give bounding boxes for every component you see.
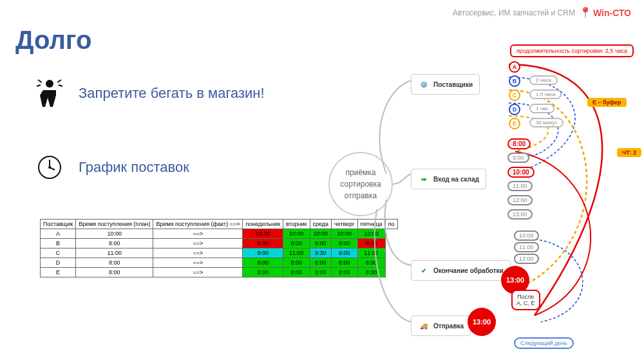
entry-time: 13:00 (507, 209, 533, 220)
table-cell: 9:30 (310, 248, 332, 258)
table-header: среда (310, 220, 332, 229)
table-cell: 11:00 (76, 248, 153, 258)
table-cell: ==> (153, 239, 243, 248)
table-cell: 10:00 (310, 229, 332, 239)
table-header: понедельник (243, 220, 283, 229)
bullet-schedule: График поставок (33, 151, 189, 183)
table-row: B8:00==>9:308:008:008:009:00 (41, 239, 398, 248)
bullet-text: Запретите бегать в магазин! (79, 85, 265, 102)
after-line: A, C, E (516, 300, 535, 306)
ch2-badge: ЧТ: 2 (617, 148, 641, 157)
table-cell: 10:00 (357, 229, 385, 239)
table-cell: 8:00 (243, 268, 283, 277)
table-cell: 11:00 (357, 248, 385, 258)
table-cell: ==> (153, 229, 243, 239)
table-cell: ==> (153, 248, 243, 258)
header-tagline: Автосервис, ИМ запчастей и CRM (453, 8, 575, 17)
table-header: Поставщик (41, 220, 76, 229)
svg-point-2 (48, 166, 51, 169)
table-cell: 8:00 (332, 268, 358, 277)
entry-time: 8:00 (507, 138, 531, 149)
bullet-text: График поставок (79, 159, 189, 176)
table-cell: 10:00 (76, 229, 153, 239)
supplier-duration-label: 1,5 часа (529, 89, 562, 99)
page-title: Долго (15, 26, 91, 55)
ship-deadline: 13:00 (468, 308, 496, 336)
finish-time: 10:00 (514, 230, 539, 241)
table-cell: 9:00 (357, 239, 385, 248)
duration-box: продолжительность сортировки: 2,5 часа (510, 44, 634, 57)
branch-label: Отправка (433, 323, 464, 330)
truck-icon: 🚚 (418, 320, 430, 332)
table-header: Время поступления (факт) ==> (153, 220, 243, 229)
table-header: четверг (332, 220, 358, 229)
entry-time: 10:00 (507, 167, 535, 178)
center-line: сортировка (340, 178, 381, 190)
table-header: по (385, 220, 397, 229)
finish-time: 11:00 (514, 242, 539, 252)
center-line: приёмка (346, 167, 376, 178)
table-cell: 9:00 (243, 248, 283, 258)
table-cell: B (41, 239, 76, 248)
table-cell: E (41, 268, 76, 277)
table-cell: 10:00 (283, 229, 310, 239)
branch-suppliers: ⚙️ Поставщики (411, 74, 480, 95)
table-cell: 9:00 (332, 248, 358, 258)
table-cell: 8:00 (332, 239, 358, 248)
table-cell: 8:00 (76, 258, 153, 268)
logo-text-win: Win- (593, 8, 612, 18)
table-cell: 11:00 (283, 248, 310, 258)
supplier-node-d: D (509, 104, 520, 115)
supplier-node-b: B (509, 75, 520, 87)
table-cell: 10:00 (332, 229, 358, 239)
table-cell: 8:00 (332, 258, 358, 268)
branch-label: Поставщики (433, 81, 473, 88)
logo-text-cto: СТО (612, 8, 631, 18)
entry-time: 9:00 (507, 153, 529, 163)
table-cell: 8:00 (357, 258, 385, 268)
center-node: приёмка сортировка отправка (328, 152, 393, 216)
after-line: После (516, 294, 535, 300)
header: Автосервис, ИМ запчастей и CRM 📍 Win-СТО (453, 6, 631, 19)
branch-ship: 🚚 Отправка (411, 315, 471, 336)
center-line: отправка (345, 190, 377, 201)
finish-time: 12:00 (514, 254, 539, 264)
clock-icon (33, 151, 66, 183)
table-cell: 8:00 (310, 258, 332, 268)
table-header: пятница (357, 220, 385, 229)
table-cell: 8:00 (310, 239, 332, 248)
table-cell: 10:30 (243, 229, 283, 239)
gear-icon: ⚙️ (418, 79, 430, 90)
table-cell: 8:00 (76, 239, 153, 248)
table-row: D8:00==>8:008:008:008:008:00 (41, 258, 398, 268)
table-header: Время поступления (план) (76, 220, 153, 229)
bullet-forbid-shopping: Запретите бегать в магазин! (33, 77, 265, 109)
branch-entry: ➡ Вход на склад (411, 169, 486, 189)
table-cell: 9:30 (243, 239, 283, 248)
supplier-duration-label: 1 час (529, 104, 554, 113)
table-cell: 8:00 (283, 239, 310, 248)
check-icon: ✔ (418, 265, 430, 276)
arrow-in-icon: ➡ (418, 173, 430, 185)
branch-finish: ✔ Окончание обработки (411, 260, 511, 281)
table-cell: 8:00 (357, 268, 385, 277)
branch-label: Окончание обработки (433, 267, 504, 274)
table-cell: 8:00 (243, 258, 283, 268)
table-cell: A (41, 229, 76, 239)
table-cell: D (41, 258, 76, 268)
table-row: C11:00==>9:0011:009:309:0011:00 (41, 248, 398, 258)
supplier-node-a: A (509, 61, 520, 73)
table-cell: 8:00 (283, 258, 310, 268)
supplier-duration-label: 30 минут (529, 118, 564, 127)
table-cell: 8:00 (310, 268, 332, 277)
supplier-node-c: C (509, 89, 520, 101)
logo: 📍 Win-СТО (579, 6, 631, 19)
table-cell: ==> (153, 268, 243, 277)
branch-label: Вход на склад (433, 176, 479, 183)
svg-point-0 (46, 80, 53, 88)
table-row: E8:00==>8:008:008:008:008:00 (41, 268, 398, 277)
schedule-table: ПоставщикВремя поступления (план)Время п… (40, 219, 398, 277)
pin-icon: 📍 (579, 6, 592, 19)
supplier-node-e: E (509, 118, 520, 129)
supplier-duration-label: 2 часа (529, 75, 558, 85)
